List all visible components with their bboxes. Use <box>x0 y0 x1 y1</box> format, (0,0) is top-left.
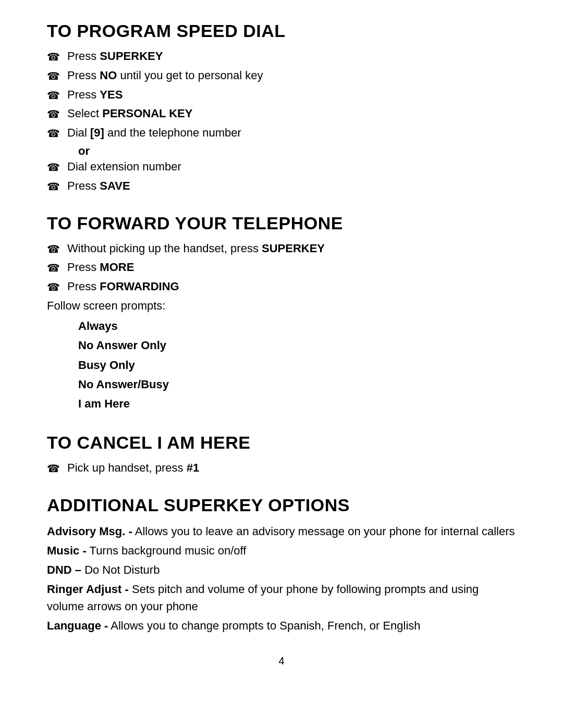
step-text-3: Press YES <box>67 87 516 103</box>
step-yes: ☎ Press YES <box>47 87 516 103</box>
phone-icon-2: ☎ <box>47 69 60 83</box>
step-text-1: Press SUPERKEY <box>67 48 516 65</box>
additional-title: ADDITIONAL SUPERKEY OPTIONS <box>47 495 516 515</box>
phone-icon-10: ☎ <box>47 280 60 294</box>
step-pickup-handset: ☎ Pick up handset, press #1 <box>47 460 516 476</box>
step-dial-9: ☎ Dial [9] and the telephone number <box>47 125 516 141</box>
step-dial-extension: ☎ Dial extension number <box>47 159 516 175</box>
step-text-6: Dial extension number <box>67 159 516 175</box>
step-text-4: Select PERSONAL KEY <box>67 106 516 122</box>
step-text-7: Press SAVE <box>67 178 516 194</box>
step-text-10: Press FORWARDING <box>67 279 516 295</box>
step-personal-key: ☎ Select PERSONAL KEY <box>47 106 516 122</box>
cancel-steps: ☎ Pick up handset, press #1 <box>47 460 516 476</box>
step-text-9: Press MORE <box>67 260 516 276</box>
step-more: ☎ Press MORE <box>47 260 516 276</box>
page-number: 4 <box>47 655 516 667</box>
step-text-2: Press NO until you get to personal key <box>67 68 516 84</box>
speed-dial-title: TO PROGRAM SPEED DIAL <box>47 21 516 41</box>
phone-icon-8: ☎ <box>47 242 60 256</box>
phone-icon-6: ☎ <box>47 160 60 175</box>
music-item: Music - Turns background music on/off <box>47 542 516 559</box>
forward-options: Always No Answer Only Busy Only No Answe… <box>78 316 516 414</box>
step-text-5: Dial [9] and the telephone number <box>67 125 516 141</box>
step-text-11: Pick up handset, press #1 <box>67 460 516 476</box>
option-i-am-here: I am Here <box>78 394 516 413</box>
option-no-answer-only: No Answer Only <box>78 336 516 355</box>
cancel-section: TO CANCEL I AM HERE ☎ Pick up handset, p… <box>47 433 516 476</box>
step-no: ☎ Press NO until you get to personal key <box>47 68 516 84</box>
ringer-adjust-item: Ringer Adjust - Sets pitch and volume of… <box>47 581 516 615</box>
option-always: Always <box>78 316 516 336</box>
option-no-answer-busy: No Answer/Busy <box>78 375 516 394</box>
step-text-8: Without picking up the handset, press SU… <box>67 241 516 257</box>
forward-title: TO FORWARD YOUR TELEPHONE <box>47 213 516 233</box>
forward-section: TO FORWARD YOUR TELEPHONE ☎ Without pick… <box>47 213 516 414</box>
phone-icon-7: ☎ <box>47 179 60 194</box>
phone-icon-5: ☎ <box>47 126 60 141</box>
phone-icon-4: ☎ <box>47 107 60 121</box>
phone-icon-3: ☎ <box>47 88 60 103</box>
step-forwarding: ☎ Press FORWARDING <box>47 279 516 295</box>
forward-steps: ☎ Without picking up the handset, press … <box>47 241 516 295</box>
phone-icon-1: ☎ <box>47 50 60 64</box>
or-text: or <box>78 144 516 158</box>
option-busy-only: Busy Only <box>78 355 516 375</box>
phone-icon-9: ☎ <box>47 261 60 275</box>
phone-icon-11: ☎ <box>47 461 60 476</box>
step-without-handset: ☎ Without picking up the handset, press … <box>47 241 516 257</box>
language-item: Language - Allows you to change prompts … <box>47 617 516 634</box>
step-save: ☎ Press SAVE <box>47 178 516 194</box>
dnd-item: DND – Do Not Disturb <box>47 561 516 578</box>
cancel-title: TO CANCEL I AM HERE <box>47 433 516 453</box>
speed-dial-steps-2: ☎ Dial extension number ☎ Press SAVE <box>47 159 516 194</box>
additional-section: ADDITIONAL SUPERKEY OPTIONS Advisory Msg… <box>47 495 516 634</box>
speed-dial-section: TO PROGRAM SPEED DIAL ☎ Press SUPERKEY ☎… <box>47 21 516 194</box>
follow-prompts-label: Follow screen prompts: <box>47 298 516 314</box>
advisory-msg-item: Advisory Msg. - Allows you to leave an a… <box>47 523 516 540</box>
step-superkey: ☎ Press SUPERKEY <box>47 48 516 65</box>
speed-dial-steps: ☎ Press SUPERKEY ☎ Press NO until you ge… <box>47 48 516 141</box>
